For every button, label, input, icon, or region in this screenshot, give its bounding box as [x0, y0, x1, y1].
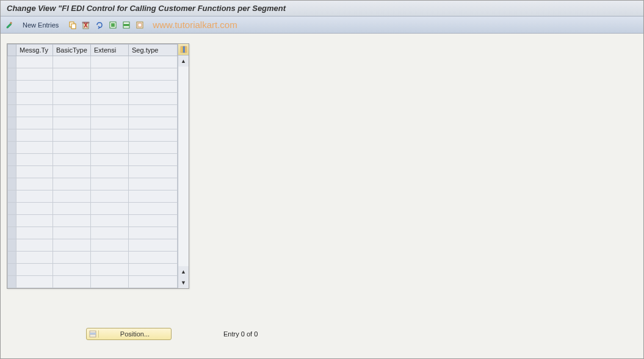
cell[interactable] — [16, 276, 53, 288]
cell[interactable] — [91, 203, 129, 215]
cell[interactable] — [91, 166, 129, 178]
select-block-icon[interactable] — [121, 20, 132, 31]
row-selector[interactable] — [8, 81, 16, 93]
cell[interactable] — [91, 129, 129, 142]
table-row[interactable] — [8, 117, 178, 129]
scroll-track[interactable] — [178, 67, 189, 266]
col-header-basictype[interactable]: BasicType — [53, 45, 91, 56]
cell[interactable] — [16, 203, 53, 215]
cell[interactable] — [16, 68, 53, 81]
undo-icon[interactable] — [94, 20, 105, 31]
cell[interactable] — [129, 190, 178, 203]
cell[interactable] — [91, 190, 129, 203]
cell[interactable] — [91, 68, 129, 81]
table-row[interactable] — [8, 129, 178, 142]
col-header-extensi[interactable]: Extensi — [91, 45, 129, 56]
table-row[interactable] — [8, 203, 178, 215]
cell[interactable] — [53, 56, 91, 68]
cell[interactable] — [53, 252, 91, 264]
cell[interactable] — [129, 154, 178, 166]
cell[interactable] — [53, 154, 91, 166]
cell[interactable] — [91, 81, 129, 93]
new-entries-button[interactable]: New Entries — [19, 21, 62, 29]
row-selector[interactable] — [8, 252, 16, 264]
cell[interactable] — [53, 239, 91, 252]
cell[interactable] — [16, 239, 53, 252]
cell[interactable] — [129, 105, 178, 117]
table-row[interactable] — [8, 105, 178, 117]
table-row[interactable] — [8, 264, 178, 276]
table-row[interactable] — [8, 68, 178, 81]
delete-icon[interactable] — [81, 20, 92, 31]
table-row[interactable] — [8, 154, 178, 166]
cell[interactable] — [16, 215, 53, 227]
scroll-down-button[interactable]: ▼ — [178, 277, 189, 288]
cell[interactable] — [53, 117, 91, 129]
table-row[interactable] — [8, 56, 178, 68]
change-display-icon[interactable] — [4, 20, 15, 31]
cell[interactable] — [16, 227, 53, 239]
table-row[interactable] — [8, 93, 178, 105]
cell[interactable] — [129, 117, 178, 129]
cell[interactable] — [53, 227, 91, 239]
row-selector[interactable] — [8, 105, 16, 117]
cell[interactable] — [53, 81, 91, 93]
cell[interactable] — [129, 178, 178, 190]
cell[interactable] — [91, 264, 129, 276]
select-all-icon[interactable] — [107, 20, 118, 31]
cell[interactable] — [53, 68, 91, 81]
cell[interactable] — [91, 56, 129, 68]
cell[interactable] — [53, 264, 91, 276]
cell[interactable] — [129, 264, 178, 276]
scroll-up2-button[interactable]: ▲ — [178, 266, 189, 277]
cell[interactable] — [129, 93, 178, 105]
col-header-segtype[interactable]: Seg.type — [129, 45, 178, 56]
cell[interactable] — [91, 154, 129, 166]
table-row[interactable] — [8, 190, 178, 203]
row-selector[interactable] — [8, 166, 16, 178]
cell[interactable] — [53, 276, 91, 288]
cell[interactable] — [53, 190, 91, 203]
cell[interactable] — [129, 215, 178, 227]
cell[interactable] — [129, 68, 178, 81]
row-selector[interactable] — [8, 239, 16, 252]
cell[interactable] — [53, 178, 91, 190]
table-row[interactable] — [8, 252, 178, 264]
table-settings-icon[interactable] — [178, 44, 189, 56]
cell[interactable] — [16, 154, 53, 166]
cell[interactable] — [16, 178, 53, 190]
cell[interactable] — [53, 129, 91, 142]
cell[interactable] — [16, 56, 53, 68]
table-row[interactable] — [8, 227, 178, 239]
row-selector[interactable] — [8, 93, 16, 105]
row-selector[interactable] — [8, 142, 16, 154]
cell[interactable] — [53, 142, 91, 154]
cell[interactable] — [129, 142, 178, 154]
cell[interactable] — [91, 252, 129, 264]
cell[interactable] — [16, 81, 53, 93]
table-row[interactable] — [8, 166, 178, 178]
cell[interactable] — [91, 276, 129, 288]
cell[interactable] — [53, 215, 91, 227]
row-selector[interactable] — [8, 154, 16, 166]
row-selector[interactable] — [8, 264, 16, 276]
cell[interactable] — [16, 166, 53, 178]
cell[interactable] — [129, 129, 178, 142]
row-selector[interactable] — [8, 117, 16, 129]
cell[interactable] — [129, 276, 178, 288]
cell[interactable] — [16, 252, 53, 264]
cell[interactable] — [129, 56, 178, 68]
table-row[interactable] — [8, 142, 178, 154]
table-row[interactable] — [8, 81, 178, 93]
cell[interactable] — [129, 81, 178, 93]
table-row[interactable] — [8, 276, 178, 288]
scroll-up-button[interactable]: ▲ — [178, 56, 189, 67]
cell[interactable] — [91, 142, 129, 154]
cell[interactable] — [53, 166, 91, 178]
position-button[interactable]: Position... — [86, 328, 172, 340]
cell[interactable] — [16, 93, 53, 105]
row-selector[interactable] — [8, 227, 16, 239]
cell[interactable] — [16, 264, 53, 276]
cell[interactable] — [129, 252, 178, 264]
copy-as-icon[interactable] — [67, 20, 78, 31]
